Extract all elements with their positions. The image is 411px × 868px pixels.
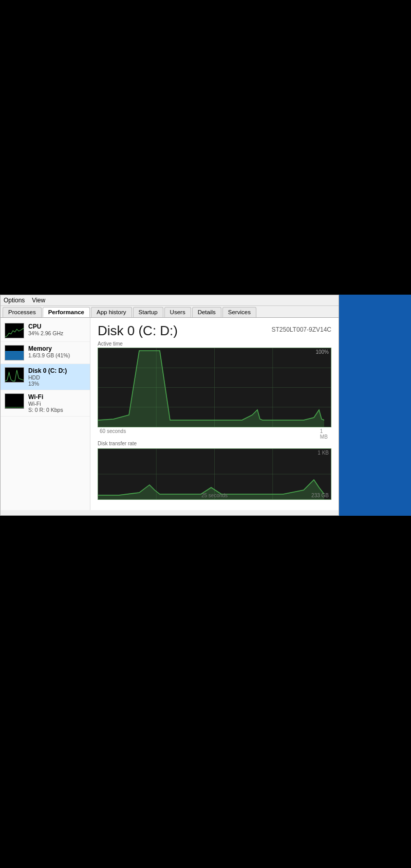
menu-bar: Options View xyxy=(1,295,339,306)
sidebar-item-disk[interactable]: Disk 0 (C: D:) HDD 13% xyxy=(1,364,90,390)
left-sidebar: CPU 34% 2.96 GHz Memory 1.6/3.9 GB (41%) xyxy=(1,318,90,510)
main-header: Disk 0 (C: D:) ST250LT007-9ZV14C xyxy=(98,323,331,339)
disk-info: Disk 0 (C: D:) HDD 13% xyxy=(28,367,67,387)
disk-val: 13% xyxy=(28,381,67,387)
disk-mini-graph xyxy=(5,367,24,383)
memory-mini-graph xyxy=(5,345,24,360)
tab-users[interactable]: Users xyxy=(164,307,191,317)
wifi-sub: Wi-Fi xyxy=(28,401,63,407)
disk-title: Disk 0 (C: D:) xyxy=(98,323,178,339)
svg-marker-7 xyxy=(98,351,324,427)
chart2-time-label: 25 seconds xyxy=(201,493,228,498)
sidebar-item-cpu[interactable]: CPU 34% 2.96 GHz xyxy=(1,320,90,342)
menu-options[interactable]: Options xyxy=(4,297,25,304)
content-area: CPU 34% 2.96 GHz Memory 1.6/3.9 GB (41%) xyxy=(1,318,339,510)
disk-transfer-label: Disk transfer rate xyxy=(98,441,331,446)
tab-services[interactable]: Services xyxy=(222,307,256,317)
main-panel: Disk 0 (C: D:) ST250LT007-9ZV14C Active … xyxy=(90,318,339,510)
chart1-time-label: 60 seconds xyxy=(98,428,320,440)
memory-value: 1.6/3.9 GB (41%) xyxy=(28,352,70,358)
cpu-value: 34% 2.96 GHz xyxy=(28,330,63,336)
tab-performance[interactable]: Performance xyxy=(43,307,90,317)
chart2-bottom-right: 233 GB xyxy=(311,493,329,498)
disk-transfer-chart: 1 KB 25 seconds 233 GB xyxy=(98,448,331,500)
disk-sub: HDD xyxy=(28,374,67,381)
wifi-label: Wi-Fi xyxy=(28,393,63,401)
wifi-mini-graph xyxy=(5,393,24,409)
tab-bar: Processes Performance App history Startu… xyxy=(1,306,339,318)
disk-model: ST250LT007-9ZV14C xyxy=(271,326,331,333)
tab-processes[interactable]: Processes xyxy=(3,307,42,317)
wifi-info: Wi-Fi Wi-Fi S: 0 R: 0 Kbps xyxy=(28,393,63,413)
memory-info: Memory 1.6/3.9 GB (41%) xyxy=(28,345,70,358)
active-time-label: Active time xyxy=(98,341,331,347)
chart1-right-label: 1 MB xyxy=(320,428,331,440)
sidebar-item-wifi[interactable]: Wi-Fi Wi-Fi S: 0 R: 0 Kbps xyxy=(1,390,90,417)
sidebar-item-memory[interactable]: Memory 1.6/3.9 GB (41%) xyxy=(1,342,90,364)
cpu-mini-graph xyxy=(5,323,24,338)
wifi-val: S: 0 R: 0 Kbps xyxy=(28,407,63,413)
menu-view[interactable]: View xyxy=(32,297,45,304)
cpu-info: CPU 34% 2.96 GHz xyxy=(28,323,63,336)
memory-label: Memory xyxy=(28,345,70,352)
tab-app-history[interactable]: App history xyxy=(91,307,132,317)
task-manager-window: Options View Processes Performance App h… xyxy=(0,295,339,516)
active-time-chart: 100% xyxy=(98,348,331,427)
disk-label: Disk 0 (C: D:) xyxy=(28,367,67,374)
tab-startup[interactable]: Startup xyxy=(133,307,163,317)
tab-details[interactable]: Details xyxy=(192,307,221,317)
svg-rect-0 xyxy=(5,351,24,360)
cpu-label: CPU xyxy=(28,323,63,330)
